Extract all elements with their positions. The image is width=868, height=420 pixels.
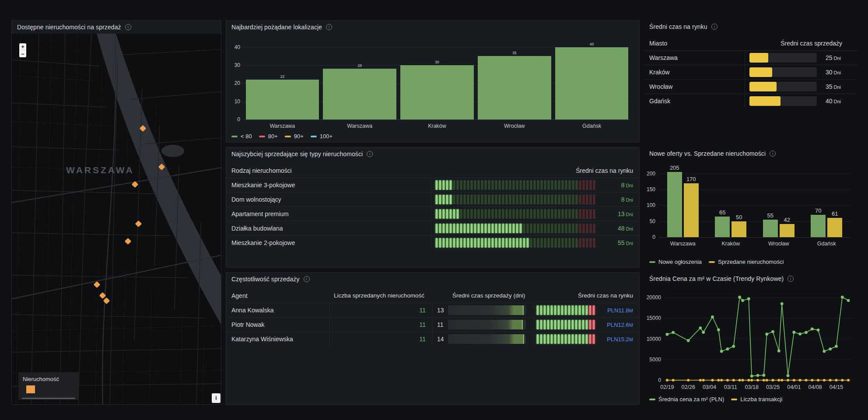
bar[interactable] (400, 65, 474, 119)
bar[interactable] (684, 183, 699, 237)
data-point[interactable] (666, 379, 668, 382)
column-header[interactable]: Średni czas sprzedaży (dni) (432, 292, 533, 299)
data-point[interactable] (747, 298, 750, 301)
column-header[interactable]: Średni czas na rynku (533, 292, 639, 299)
data-point[interactable] (829, 347, 832, 350)
data-point[interactable] (823, 379, 826, 382)
data-point[interactable] (777, 350, 780, 353)
data-point[interactable] (756, 379, 759, 382)
data-point[interactable] (841, 296, 844, 299)
data-point[interactable] (702, 331, 705, 334)
data-point[interactable] (799, 379, 802, 382)
data-point[interactable] (687, 379, 690, 382)
data-point[interactable] (672, 379, 675, 382)
data-point[interactable] (720, 379, 723, 382)
data-point[interactable] (793, 379, 795, 382)
bar[interactable] (732, 221, 746, 237)
bar[interactable] (555, 47, 629, 119)
panel-title[interactable]: Częstotliwość sprzedaży (231, 276, 300, 283)
data-point[interactable] (805, 331, 808, 334)
data-point[interactable] (726, 379, 729, 382)
data-point[interactable] (817, 329, 820, 332)
column-header[interactable]: Rodzaj nieruchomości (226, 167, 431, 174)
data-point[interactable] (829, 379, 832, 382)
column-header[interactable]: Średni czas na rynku (431, 167, 639, 174)
map-attribution-button[interactable]: i (212, 393, 220, 403)
legend-item[interactable]: 80+ (259, 133, 278, 140)
bar[interactable] (827, 218, 842, 237)
data-point[interactable] (771, 330, 774, 333)
data-point[interactable] (699, 326, 702, 329)
legend-item[interactable]: Sprzedane nieruchomości (709, 259, 784, 265)
info-icon[interactable]: i (711, 24, 718, 30)
data-point[interactable] (780, 379, 783, 382)
column-header[interactable]: Miasto (644, 40, 745, 47)
data-point[interactable] (841, 379, 844, 382)
data-point[interactable] (711, 315, 714, 318)
bar[interactable] (246, 80, 319, 119)
data-point[interactable] (699, 379, 702, 382)
info-icon[interactable]: i (367, 151, 373, 157)
column-header[interactable]: Średni czas sprzedaży (745, 40, 857, 47)
legend-item[interactable]: Liczba transakcji (731, 396, 782, 402)
data-point[interactable] (765, 332, 768, 336)
data-point[interactable] (835, 379, 838, 382)
map-legend-scrollbar[interactable] (22, 398, 75, 399)
data-point[interactable] (738, 379, 741, 382)
info-icon[interactable]: i (304, 276, 310, 282)
data-point[interactable] (666, 333, 669, 336)
data-point[interactable] (741, 299, 744, 302)
panel-title[interactable]: Dostępne nieruchomości na sprzedaż (17, 24, 121, 31)
zoom-out-button[interactable]: − (19, 50, 26, 57)
data-point[interactable] (762, 374, 765, 377)
legend-item[interactable]: < 80 (231, 133, 252, 140)
data-point[interactable] (792, 331, 795, 334)
data-point[interactable] (835, 345, 838, 348)
column-header[interactable]: Liczba sprzedanych nieruchomość (329, 292, 432, 299)
data-point[interactable] (756, 374, 760, 377)
info-icon[interactable]: i (326, 24, 332, 30)
data-point[interactable] (732, 379, 735, 382)
data-point[interactable] (847, 379, 850, 382)
data-point[interactable] (811, 379, 813, 382)
column-header[interactable]: Agent (226, 292, 329, 299)
legend-item[interactable]: Nowe ogłoszenia (649, 259, 702, 265)
geomap[interactable]: WARSZAWA + − Nieruchomość i (12, 34, 221, 404)
legend-item[interactable]: 90+ (285, 133, 304, 140)
data-point[interactable] (817, 379, 819, 382)
panel-title[interactable]: Nowe oferty vs. Sprzedane nieruchomości (649, 150, 766, 157)
panel-title[interactable]: Najszybciej sprzedające się typy nieruch… (231, 150, 363, 158)
info-icon[interactable]: i (770, 150, 776, 157)
data-point[interactable] (780, 302, 784, 305)
data-point[interactable] (732, 345, 735, 348)
data-point[interactable] (750, 374, 753, 378)
data-point[interactable] (811, 328, 814, 331)
data-point[interactable] (726, 347, 729, 350)
legend-item[interactable]: Średnia cena za m² (PLN) (649, 396, 724, 402)
data-point[interactable] (787, 379, 789, 382)
data-point[interactable] (805, 379, 808, 382)
bar[interactable] (478, 56, 551, 119)
data-point[interactable] (823, 350, 826, 353)
data-point[interactable] (847, 299, 850, 302)
data-point[interactable] (717, 379, 720, 382)
panel-title[interactable]: Średnia Cena za m² w Czasie (Trendy Rynk… (649, 275, 784, 282)
data-point[interactable] (717, 328, 720, 331)
data-point[interactable] (738, 296, 741, 299)
data-point[interactable] (687, 339, 690, 342)
data-point[interactable] (747, 379, 750, 382)
data-point[interactable] (672, 331, 675, 334)
legend-item[interactable]: 100+ (311, 133, 332, 140)
panel-title[interactable]: Najbardziej pożądane lokalizacje (231, 24, 322, 31)
data-point[interactable] (702, 379, 705, 382)
bar[interactable] (811, 215, 826, 237)
data-point[interactable] (750, 379, 753, 382)
data-point[interactable] (763, 379, 765, 382)
data-point[interactable] (772, 379, 774, 382)
info-icon[interactable]: i (788, 276, 794, 282)
data-point[interactable] (742, 379, 744, 382)
panel-title[interactable]: Średni czas na rynku (649, 23, 707, 30)
data-point[interactable] (777, 379, 780, 382)
bar[interactable] (323, 69, 396, 119)
data-point[interactable] (711, 379, 714, 382)
